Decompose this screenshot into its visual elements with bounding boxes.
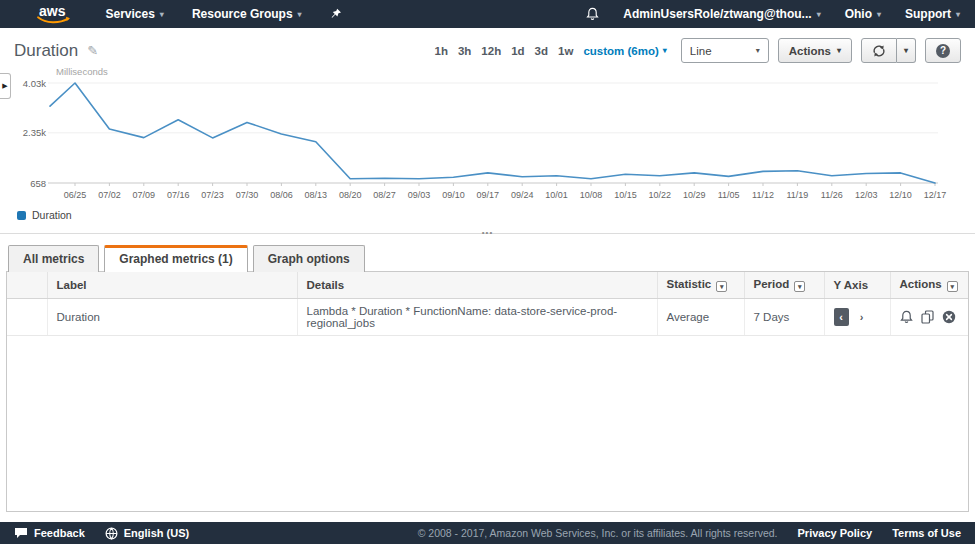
feedback-button[interactable]: Feedback	[14, 527, 85, 539]
range-1w[interactable]: 1w	[558, 45, 573, 57]
chevron-down-icon: ▾	[837, 46, 841, 55]
svg-text:10/01: 10/01	[545, 190, 568, 200]
range-3h[interactable]: 3h	[458, 45, 471, 57]
svg-text:06/25: 06/25	[64, 190, 87, 200]
nav-support-menu[interactable]: Support ▾	[905, 7, 960, 21]
header-swatch-column	[7, 272, 47, 299]
svg-text:09/10: 09/10	[442, 190, 465, 200]
language-selector[interactable]: English (US)	[105, 527, 189, 540]
svg-text:Milliseconds: Milliseconds	[56, 66, 108, 77]
metric-yaxis-cell: ‹ ›	[824, 299, 890, 336]
edit-title-icon[interactable]: ✎	[87, 43, 98, 58]
nav-services[interactable]: Services ▾	[105, 7, 163, 21]
svg-text:09/03: 09/03	[408, 190, 431, 200]
svg-text:2.35k: 2.35k	[23, 127, 46, 138]
svg-text:09/17: 09/17	[477, 190, 500, 200]
pane-splitter[interactable]: •••	[0, 233, 975, 242]
svg-text:11/26: 11/26	[821, 190, 843, 200]
column-dropdown-icon[interactable]: ▾	[947, 281, 958, 292]
nav-pin-shortcut[interactable]	[330, 8, 342, 21]
metric-actions-cell	[890, 299, 968, 336]
yaxis-right-button[interactable]: ›	[860, 311, 864, 323]
terms-of-use-link[interactable]: Terms of Use	[892, 527, 961, 539]
tab-graph-options[interactable]: Graph options	[253, 245, 365, 272]
sidebar-expander[interactable]: ▶	[0, 73, 11, 99]
graph-header: Duration ✎ 1h 3h 12h 1d 3d 1w custom (6m…	[0, 28, 975, 65]
svg-text:07/09: 07/09	[133, 190, 156, 200]
metric-label-cell: Duration	[47, 299, 297, 336]
chevron-down-icon: ▾	[817, 10, 821, 19]
bell-icon	[586, 7, 599, 21]
tab-graphed-metrics[interactable]: Graphed metrics (1)	[104, 245, 247, 272]
refresh-button[interactable]	[861, 38, 897, 63]
svg-text:658: 658	[30, 178, 46, 189]
privacy-policy-link[interactable]: Privacy Policy	[798, 527, 873, 539]
cloudwatch-console: aws Services ▾ Resource Groups ▾	[0, 0, 975, 544]
svg-text:4.03k: 4.03k	[23, 78, 46, 89]
duration-chart[interactable]: Milliseconds6582.35k4.03k06/2507/0207/09…	[0, 65, 960, 207]
chevron-down-icon: ▾	[904, 46, 908, 55]
svg-text:07/16: 07/16	[167, 190, 190, 200]
range-1d[interactable]: 1d	[511, 45, 524, 57]
nav-account-menu[interactable]: AdminUsersRole/ztwang@thou... ▾	[623, 7, 820, 21]
nav-region-menu[interactable]: Ohio ▾	[845, 7, 881, 21]
graphed-metrics-table: Label Details Statistic▾ Period▾ Y Axis …	[7, 272, 968, 336]
remove-metric-button[interactable]	[942, 310, 956, 324]
svg-text:11/12: 11/12	[752, 190, 774, 200]
metrics-tabs: All metrics Graphed metrics (1) Graph op…	[0, 245, 975, 271]
column-dropdown-icon[interactable]: ▾	[716, 281, 727, 292]
range-3d[interactable]: 3d	[535, 45, 548, 57]
svg-text:10/22: 10/22	[649, 190, 672, 200]
yaxis-left-button[interactable]: ‹	[834, 308, 849, 326]
expand-arrow-icon: ▶	[2, 82, 7, 90]
refresh-options-button[interactable]: ▾	[897, 38, 916, 63]
bell-icon	[900, 310, 913, 324]
chevron-down-icon: ▾	[160, 10, 164, 19]
top-nav-bar: aws Services ▾ Resource Groups ▾	[0, 0, 975, 28]
chart-legend[interactable]: Duration	[17, 209, 975, 221]
svg-text:11/19: 11/19	[786, 190, 808, 200]
legend-swatch	[17, 211, 26, 220]
range-custom[interactable]: custom (6mo) ▾	[583, 45, 666, 57]
svg-text:10/15: 10/15	[614, 190, 637, 200]
legend-label: Duration	[32, 209, 72, 221]
range-12h[interactable]: 12h	[481, 45, 501, 57]
svg-text:07/30: 07/30	[236, 190, 259, 200]
copy-icon	[921, 310, 934, 324]
svg-text:08/13: 08/13	[305, 190, 328, 200]
help-button[interactable]: ?	[925, 38, 961, 63]
actions-button[interactable]: Actions ▾	[778, 38, 852, 63]
chevron-down-icon: ▾	[877, 10, 881, 19]
svg-text:10/08: 10/08	[580, 190, 603, 200]
svg-text:10/29: 10/29	[683, 190, 706, 200]
column-dropdown-icon[interactable]: ▾	[794, 281, 805, 292]
metric-statistic-cell[interactable]: Average	[657, 299, 744, 336]
svg-text:11/05: 11/05	[718, 190, 740, 200]
duplicate-metric-button[interactable]	[921, 310, 934, 324]
svg-text:07/02: 07/02	[98, 190, 121, 200]
aws-logo[interactable]: aws	[39, 4, 65, 24]
header-actions: Actions▾	[890, 272, 968, 299]
nav-notifications[interactable]	[586, 7, 599, 21]
range-1h[interactable]: 1h	[435, 45, 448, 57]
chart-type-select[interactable]: Line ▾	[681, 38, 769, 63]
close-circle-icon	[942, 310, 956, 324]
chevron-down-icon: ▾	[663, 46, 667, 55]
svg-text:12/03: 12/03	[855, 190, 878, 200]
svg-text:08/06: 08/06	[270, 190, 293, 200]
page-title: Duration	[14, 41, 78, 61]
metric-swatch-cell[interactable]	[7, 299, 47, 336]
metric-period-cell[interactable]: 7 Days	[744, 299, 824, 336]
header-details: Details	[297, 272, 657, 299]
drag-handle-icon[interactable]: •••	[482, 228, 493, 237]
nav-resource-groups[interactable]: Resource Groups ▾	[192, 7, 302, 21]
tab-all-metrics[interactable]: All metrics	[8, 245, 99, 272]
header-label: Label	[47, 272, 297, 299]
table-row: Duration Lambda * Duration * FunctionNam…	[7, 299, 968, 336]
svg-text:12/10: 12/10	[889, 190, 912, 200]
create-alarm-button[interactable]	[900, 310, 913, 324]
chevron-down-icon: ▾	[756, 46, 760, 55]
header-yaxis: Y Axis	[824, 272, 890, 299]
header-period: Period▾	[744, 272, 824, 299]
copyright-text: © 2008 - 2017, Amazon Web Services, Inc.…	[418, 527, 778, 539]
